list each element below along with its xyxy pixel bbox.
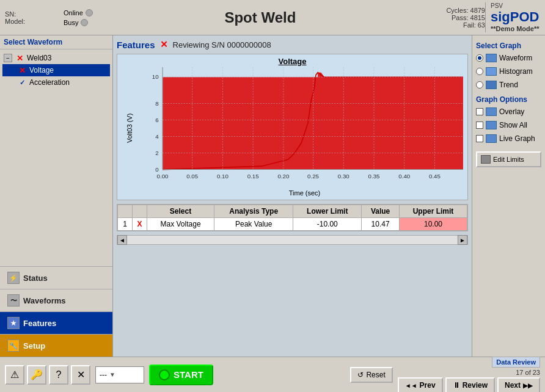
online-label: Online bbox=[64, 9, 83, 16]
content-area: Features ✕ Reviewing S/N 0000000008 Volt… bbox=[113, 35, 472, 357]
fail-value: 63 bbox=[478, 21, 485, 29]
acceleration-label: Acceleration bbox=[29, 78, 70, 87]
graph-options-title: Graph Options bbox=[476, 95, 541, 104]
key-icon-btn[interactable]: 🔑 bbox=[27, 365, 46, 385]
nav-btn-features[interactable]: ★ Features bbox=[0, 311, 112, 334]
reset-button[interactable]: ↺ Reset bbox=[350, 367, 392, 383]
demo-mode-label: **Demo Mode** bbox=[491, 25, 540, 32]
setup-icon: 🔧 bbox=[7, 339, 20, 352]
trend-graph-icon bbox=[486, 81, 497, 89]
waveform-radio[interactable] bbox=[476, 54, 483, 62]
nav-btn-setup[interactable]: 🔧 Setup bbox=[0, 334, 112, 357]
live-graph-icon bbox=[486, 134, 497, 143]
row-analysis-type: Peak Value bbox=[214, 218, 293, 231]
row-fail-icon: X bbox=[137, 220, 142, 228]
edit-limits-icon bbox=[481, 155, 491, 164]
features-header: Features ✕ Reviewing S/N 0000000008 bbox=[117, 39, 468, 50]
show-all-label: Show All bbox=[499, 121, 527, 129]
sidebar-nav: ⚡ Status 〜 Waveforms ★ Features 🔧 Setup bbox=[0, 266, 112, 357]
tree-group-weld03[interactable]: − ✕ Weld03 bbox=[2, 52, 110, 64]
tree-collapse-btn[interactable]: − bbox=[4, 54, 12, 62]
sn-model: SN: Model: bbox=[5, 10, 54, 25]
col-value: Value bbox=[362, 205, 400, 218]
start-label: START bbox=[174, 369, 203, 380]
radio-histogram[interactable]: Histogram bbox=[476, 66, 541, 77]
edit-limits-label: Edit Limits bbox=[493, 156, 524, 163]
svg-text:6: 6 bbox=[155, 117, 158, 123]
waveform-graph-icon bbox=[486, 54, 497, 62]
scroll-left-btn[interactable]: ◄ bbox=[117, 235, 127, 245]
prev-button[interactable]: Prev bbox=[398, 377, 443, 393]
prev-icon bbox=[405, 381, 417, 390]
footer-right: Data Review 17 of 23 Prev Review Next bbox=[398, 357, 540, 393]
checkbox-live-graph[interactable]: Live Graph bbox=[476, 133, 541, 144]
pass-value: 4815 bbox=[470, 14, 485, 21]
voltage-status-icon: ✕ bbox=[17, 65, 27, 75]
model-label: Model: bbox=[5, 18, 54, 25]
svg-text:0.20: 0.20 bbox=[277, 173, 290, 180]
page-title: Spot Weld bbox=[103, 9, 418, 26]
scroll-right-btn[interactable]: ► bbox=[458, 235, 467, 245]
row-status: X bbox=[133, 218, 147, 231]
fail-label: Fail: bbox=[463, 21, 476, 29]
radio-waveform[interactable]: Waveform bbox=[476, 53, 541, 64]
svg-text:10: 10 bbox=[152, 73, 159, 80]
graph-container: Voltage Volt03 (V) bbox=[117, 54, 468, 200]
help-icon-btn[interactable]: ? bbox=[49, 365, 68, 385]
histogram-radio-label: Histogram bbox=[499, 67, 533, 76]
mode-dropdown[interactable]: --- ▼ bbox=[95, 366, 144, 383]
sidebar-item-acceleration[interactable]: ✓ Acceleration bbox=[2, 76, 110, 89]
live-graph-checkbox[interactable] bbox=[476, 135, 483, 142]
next-button[interactable]: Next bbox=[497, 377, 540, 393]
close-icon-btn[interactable]: ✕ bbox=[71, 365, 90, 385]
checkbox-overlay[interactable]: Overlay bbox=[476, 106, 541, 117]
svg-text:0.40: 0.40 bbox=[398, 173, 411, 180]
col-analysis-type: Analysis Type bbox=[214, 205, 293, 218]
sigpod-branding: PSV sigPOD **Demo Mode** bbox=[485, 2, 540, 32]
nav-setup-label: Setup bbox=[23, 341, 45, 350]
sn-label: SN: bbox=[5, 10, 54, 18]
weld03-label: Weld03 bbox=[27, 54, 51, 62]
online-busy-status: Online Busy bbox=[64, 9, 93, 26]
weld03-status-icon: ✕ bbox=[15, 53, 24, 63]
prev-label: Prev bbox=[420, 381, 436, 390]
checkbox-show-all[interactable]: Show All bbox=[476, 120, 541, 131]
next-icon bbox=[523, 381, 533, 390]
dropdown-arrow-icon: ▼ bbox=[109, 371, 115, 378]
start-button[interactable]: START bbox=[149, 365, 213, 385]
graph-svg: 0 2 4 6 8 10 0.00 0.05 bbox=[142, 67, 467, 189]
svg-text:0.00: 0.00 bbox=[157, 173, 169, 180]
warning-icon-btn[interactable]: ⚠ bbox=[5, 365, 24, 385]
histogram-graph-icon bbox=[486, 67, 497, 76]
row-value: 10.47 bbox=[362, 218, 400, 231]
waveform-tree: − ✕ Weld03 ✕ Voltage ✓ Acceleration bbox=[0, 49, 112, 91]
waveform-radio-label: Waveform bbox=[499, 54, 532, 62]
start-circle-icon bbox=[159, 369, 170, 380]
col-num bbox=[118, 205, 133, 218]
sidebar-item-voltage[interactable]: ✕ Voltage bbox=[2, 64, 110, 76]
histogram-radio[interactable] bbox=[476, 68, 483, 75]
review-button[interactable]: Review bbox=[445, 377, 495, 393]
select-graph-title: Select Graph bbox=[476, 42, 541, 50]
waveforms-icon: 〜 bbox=[7, 294, 20, 307]
horizontal-scrollbar[interactable]: ◄ ► bbox=[117, 235, 468, 245]
features-icon: ★ bbox=[7, 317, 20, 329]
online-led bbox=[86, 9, 93, 16]
nav-footer-btns: Prev Review Next bbox=[398, 377, 540, 393]
psv-label: PSV bbox=[491, 2, 540, 9]
data-review-label: Data Review bbox=[492, 357, 540, 368]
overlay-checkbox[interactable] bbox=[476, 108, 483, 115]
nav-btn-status[interactable]: ⚡ Status bbox=[0, 266, 112, 289]
trend-radio[interactable] bbox=[476, 81, 483, 89]
nav-btn-waveforms[interactable]: 〜 Waveforms bbox=[0, 289, 112, 311]
col-upper-limit: Upper Limit bbox=[400, 205, 467, 218]
col-lower-limit: Lower Limit bbox=[293, 205, 362, 218]
show-all-checkbox[interactable] bbox=[476, 122, 483, 129]
pass-label: Pass: bbox=[452, 14, 469, 21]
radio-trend[interactable]: Trend bbox=[476, 79, 541, 90]
col-status bbox=[133, 205, 147, 218]
table-row[interactable]: 1 X Max Voltage Peak Value -10.00 10.47 … bbox=[118, 218, 467, 231]
edit-limits-button[interactable]: Edit Limits bbox=[476, 151, 541, 167]
count-label: 17 of 23 bbox=[516, 369, 540, 376]
scroll-track[interactable] bbox=[127, 236, 458, 244]
